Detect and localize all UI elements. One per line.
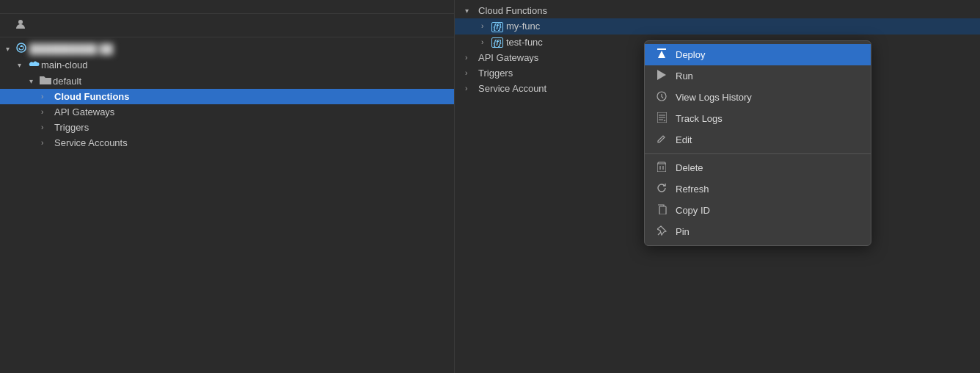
tree-label-service-accounts: Service Accounts <box>54 137 128 148</box>
tree-label-cloud-functions: Cloud Functions <box>54 91 130 102</box>
svg-rect-14 <box>659 206 666 214</box>
menu-item-delete[interactable]: Delete <box>645 157 871 178</box>
menu-label-view-logs: View Logs History <box>676 92 752 103</box>
chevron-root <box>6 45 16 53</box>
tree-label-triggers: Triggers <box>54 122 89 133</box>
tree-icon-default <box>40 75 53 87</box>
left-tree-item-api-gateways[interactable]: API Gateways <box>0 104 454 120</box>
chevron-default <box>29 77 40 85</box>
svg-rect-3 <box>657 48 666 50</box>
toolbar <box>0 14 454 37</box>
right-tree-label-service-account-r: Service Account <box>478 83 546 94</box>
left-tree-item-triggers[interactable]: Triggers <box>0 120 454 135</box>
menu-item-run[interactable]: Run <box>645 65 871 87</box>
svg-rect-11 <box>657 164 666 172</box>
left-tree-item-default[interactable]: default <box>0 73 454 89</box>
menu-label-edit: Edit <box>676 134 692 145</box>
menu-icon-pin <box>655 225 668 238</box>
svg-marker-4 <box>658 51 665 58</box>
tree-icon-main-cloud <box>28 59 41 70</box>
right-tree-label-triggers-r: Triggers <box>478 68 513 79</box>
tree-label-default: default <box>53 76 81 87</box>
menu-label-copy-id: Copy ID <box>676 205 710 216</box>
left-tree-item-root[interactable]: ██████████ ██ <box>0 40 454 57</box>
svg-line-15 <box>658 232 661 235</box>
right-panel: Cloud Functions{f}my-func{f}test-funcAPI… <box>455 0 980 373</box>
chevron-right-my-func <box>481 22 491 30</box>
user-icon[interactable] <box>15 18 26 32</box>
chevron-cloud-functions <box>41 93 51 101</box>
menu-item-track-logs[interactable]: Track Logs <box>645 108 871 129</box>
menu-label-track-logs: Track Logs <box>676 113 723 124</box>
panel-title <box>0 0 454 14</box>
chevron-service-accounts <box>41 139 51 147</box>
left-tree-item-main-cloud[interactable]: main-cloud <box>0 57 454 73</box>
menu-icon-copy-id <box>655 204 668 217</box>
icon-right-my-func: {f} <box>491 21 503 32</box>
right-tree-label-api-gateways-r: API Gateways <box>478 52 538 63</box>
menu-icon-refresh <box>655 183 668 195</box>
right-tree-label-test-func: test-func <box>506 37 543 48</box>
right-tree-item-cloud-functions-r[interactable]: Cloud Functions <box>455 3 980 18</box>
menu-separator <box>645 153 871 154</box>
context-menu: DeployRunView Logs HistoryTrack LogsEdit… <box>644 40 871 246</box>
tree-label-root: ██████████ ██ <box>29 43 113 54</box>
menu-icon-track-logs <box>655 112 668 125</box>
tree-label-api-gateways: API Gateways <box>54 106 114 117</box>
left-tree-item-cloud-functions[interactable]: Cloud Functions <box>0 89 454 104</box>
left-tree-item-service-accounts[interactable]: Service Accounts <box>0 135 454 151</box>
chevron-triggers <box>41 123 51 131</box>
tree-icon-root <box>16 43 29 55</box>
icon-right-test-func: {f} <box>491 37 503 48</box>
menu-label-run: Run <box>676 70 693 82</box>
svg-point-1 <box>17 43 26 52</box>
svg-marker-5 <box>657 70 666 80</box>
menu-item-view-logs[interactable]: View Logs History <box>645 87 871 108</box>
menu-icon-view-logs <box>655 91 668 104</box>
menu-label-deploy: Deploy <box>676 49 705 60</box>
left-panel: ██████████ ██main-clouddefaultCloud Func… <box>0 0 455 373</box>
chevron-api-gateways <box>41 108 51 116</box>
chevron-right-cloud-functions-r <box>465 7 475 15</box>
chevron-right-triggers-r <box>465 69 475 77</box>
right-tree-item-my-func[interactable]: {f}my-func <box>455 18 980 35</box>
menu-item-deploy[interactable]: Deploy <box>645 44 871 65</box>
menu-item-copy-id[interactable]: Copy ID <box>645 200 871 221</box>
chevron-right-service-account-r <box>465 84 475 93</box>
menu-icon-delete <box>655 162 668 174</box>
menu-label-delete: Delete <box>676 162 703 173</box>
menu-icon-deploy <box>655 48 668 61</box>
menu-label-refresh: Refresh <box>676 184 709 195</box>
menu-icon-edit <box>655 134 668 146</box>
right-tree-label-my-func: my-func <box>506 21 540 32</box>
menu-label-pin: Pin <box>676 226 690 237</box>
left-tree: ██████████ ██main-clouddefaultCloud Func… <box>0 37 454 373</box>
chevron-right-test-func <box>481 38 491 46</box>
tree-label-main-cloud: main-cloud <box>41 59 88 70</box>
menu-item-pin[interactable]: Pin <box>645 221 871 242</box>
chevron-right-api-gateways-r <box>465 54 475 62</box>
menu-item-edit[interactable]: Edit <box>645 129 871 151</box>
svg-point-0 <box>18 20 23 24</box>
menu-item-refresh[interactable]: Refresh <box>645 178 871 200</box>
chevron-main-cloud <box>18 61 28 69</box>
right-tree-label-cloud-functions-r: Cloud Functions <box>478 5 547 16</box>
menu-icon-run <box>655 70 668 82</box>
